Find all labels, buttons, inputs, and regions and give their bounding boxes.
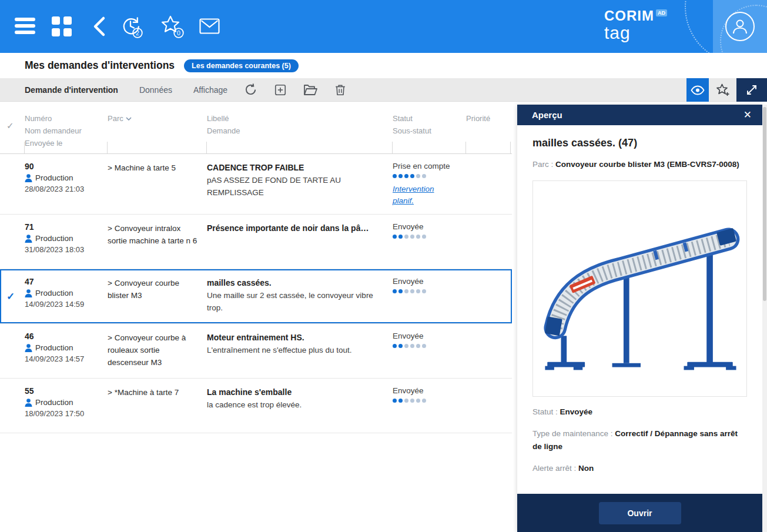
user-icon bbox=[25, 289, 32, 297]
row-statut: Envoyée bbox=[393, 332, 466, 340]
logo-ad-badge: AD bbox=[656, 9, 667, 16]
select-all-check-icon[interactable]: ✓ bbox=[0, 102, 25, 153]
header-account-area bbox=[713, 0, 767, 53]
row-libelle: mailles cassées. bbox=[207, 277, 382, 289]
svg-text:2: 2 bbox=[136, 29, 139, 36]
scrollbar-thumb[interactable] bbox=[763, 107, 766, 301]
row-statut: Envoyée bbox=[393, 222, 466, 231]
table-row[interactable]: ✓ 90 Production 28/08/2023 21:03 > Machi… bbox=[0, 154, 512, 215]
user-icon bbox=[25, 235, 32, 243]
row-parc: > Convoyeur courbe à rouleaux sortie des… bbox=[108, 332, 207, 371]
back-chevron-icon[interactable] bbox=[93, 16, 106, 39]
open-folder-icon[interactable] bbox=[303, 83, 317, 96]
preview-parc-line: Parc : Convoyeur courbe blister M3 (EMB-… bbox=[532, 158, 747, 171]
apps-grid-icon[interactable] bbox=[52, 16, 72, 36]
row-envoyee-le: 18/09/2023 17:50 bbox=[25, 409, 108, 418]
preview-panel-title: Aperçu bbox=[532, 110, 562, 120]
mail-icon[interactable] bbox=[199, 18, 220, 36]
row-priorite bbox=[466, 162, 512, 207]
row-libelle: Moteur entrainement HS. bbox=[207, 332, 382, 344]
table-row[interactable]: ✓ 71 Production 31/08/2023 18:03 > Convo… bbox=[0, 215, 512, 269]
page-title: Mes demandes d'interventions bbox=[25, 59, 175, 72]
row-libelle: CADENCE TROP FAIBLE bbox=[207, 162, 382, 174]
row-numero: 55 bbox=[25, 386, 108, 396]
preview-maintenance-line: Type de maintenance : Correctif / Dépann… bbox=[532, 427, 747, 453]
row-sous-statut-link[interactable]: Intervention planif. bbox=[393, 183, 447, 207]
row-parc: > *Machine à tarte 7 bbox=[108, 386, 207, 426]
add-favorite-button[interactable] bbox=[712, 78, 734, 102]
user-icon bbox=[25, 344, 32, 352]
row-libelle: La machine s'emballe bbox=[207, 386, 382, 399]
table-body: ✓ 90 Production 28/08/2023 21:03 > Machi… bbox=[0, 154, 512, 433]
row-statut: Envoyée bbox=[393, 277, 466, 286]
title-bar: Mes demandes d'interventions Les demande… bbox=[0, 53, 767, 78]
menu-icon[interactable] bbox=[15, 18, 35, 37]
user-avatar[interactable] bbox=[725, 12, 755, 41]
vertical-scrollbar[interactable] bbox=[762, 105, 767, 532]
row-progress-dots bbox=[393, 289, 466, 293]
row-demandeur: Production bbox=[35, 343, 73, 352]
fullscreen-button[interactable] bbox=[736, 78, 767, 102]
row-demande: la cadence est trop élevée. bbox=[207, 399, 382, 411]
column-header-numero[interactable]: Numéro Nom demandeur Envoyée le bbox=[25, 102, 108, 153]
row-envoyee-le: 28/08/2023 21:03 bbox=[25, 185, 108, 193]
row-numero: 46 bbox=[25, 332, 108, 341]
conveyor-illustration bbox=[540, 200, 740, 377]
refresh-icon[interactable] bbox=[244, 83, 257, 96]
row-progress-dots bbox=[393, 399, 466, 403]
open-button[interactable]: Ouvrir bbox=[599, 502, 681, 524]
add-icon[interactable] bbox=[274, 83, 287, 96]
svg-text:0: 0 bbox=[177, 29, 180, 36]
row-statut: Envoyée bbox=[393, 386, 466, 395]
trash-icon[interactable] bbox=[334, 83, 347, 96]
table-row[interactable]: ✓ 47 Production 14/09/2023 14:59 > Convo… bbox=[0, 269, 512, 324]
row-envoyee-le: 31/08/2023 18:03 bbox=[25, 245, 108, 254]
user-icon bbox=[25, 174, 32, 182]
row-parc: > Convoyeur intralox sortie machine à ta… bbox=[108, 222, 207, 262]
row-demandeur: Production bbox=[35, 173, 73, 182]
column-header-statut[interactable]: Statut Sous-statut bbox=[393, 102, 466, 153]
history-icon[interactable]: 2 bbox=[119, 14, 144, 41]
row-numero: 71 bbox=[25, 222, 108, 232]
requests-table: ✓ Numéro Nom demandeur Envoyée le Parc L… bbox=[0, 102, 512, 532]
expand-icon bbox=[746, 84, 758, 96]
table-row[interactable]: ✓ 46 Production 14/09/2023 14:57 > Convo… bbox=[0, 324, 512, 379]
row-demandeur: Production bbox=[35, 398, 73, 407]
row-envoyee-le: 14/09/2023 14:57 bbox=[25, 354, 108, 363]
row-progress-dots bbox=[393, 235, 466, 239]
column-header-parc[interactable]: Parc bbox=[108, 102, 207, 153]
row-demandeur: Production bbox=[35, 289, 73, 297]
sort-descending-icon bbox=[126, 117, 132, 121]
close-icon[interactable]: ✕ bbox=[743, 110, 752, 120]
current-requests-badge[interactable]: Les demandes courantes (5) bbox=[184, 59, 299, 72]
corim-logo: CORIM AD tag bbox=[604, 9, 667, 42]
row-statut: Prise en compte bbox=[393, 162, 466, 170]
person-icon bbox=[732, 18, 748, 35]
app-header: 2 0 CORIM AD tag bbox=[0, 0, 767, 53]
row-demande: Une maille sur 2 est cassée, le convoyeu… bbox=[207, 289, 382, 314]
table-row[interactable]: ✓ 55 Production 18/09/2023 17:50 > *Mach… bbox=[0, 379, 512, 433]
tab-affichage[interactable]: Affichage bbox=[193, 85, 227, 95]
preview-header: Aperçu ✕ bbox=[517, 105, 762, 125]
row-libelle: Présence importante de noir dans la pâ… bbox=[207, 222, 382, 235]
table-header: ✓ Numéro Nom demandeur Envoyée le Parc L… bbox=[0, 102, 512, 154]
star-plus-icon bbox=[716, 83, 730, 97]
column-header-priorite[interactable]: Priorité bbox=[466, 102, 512, 153]
row-demande: pAS ASSEZ DE FOND DE TARTE AU REMPLISSAG… bbox=[207, 174, 382, 199]
row-progress-dots bbox=[393, 344, 466, 348]
column-header-libelle[interactable]: Libellé Demande bbox=[207, 102, 393, 153]
favorites-star-icon[interactable]: 0 bbox=[160, 14, 186, 41]
logo-corim-text: CORIM bbox=[604, 9, 654, 23]
row-envoyee-le: 14/09/2023 14:59 bbox=[25, 300, 108, 309]
tab-donnees[interactable]: Données bbox=[139, 85, 172, 95]
tab-demande-intervention[interactable]: Demande d'intervention bbox=[25, 85, 118, 95]
preview-panel: Aperçu ✕ mailles cassées. (47) Parc : Co… bbox=[517, 105, 762, 532]
equipment-image bbox=[532, 180, 747, 397]
preview-toggle-button[interactable] bbox=[686, 78, 709, 102]
preview-alerte-line: Alerte arrêt : Non bbox=[532, 462, 747, 475]
preview-request-title: mailles cassées. (47) bbox=[532, 137, 747, 149]
preview-footer: Ouvrir bbox=[517, 494, 762, 532]
row-priorite bbox=[466, 222, 512, 262]
row-progress-dots bbox=[393, 174, 466, 178]
preview-statut-line: Statut : Envoyée bbox=[532, 406, 747, 419]
